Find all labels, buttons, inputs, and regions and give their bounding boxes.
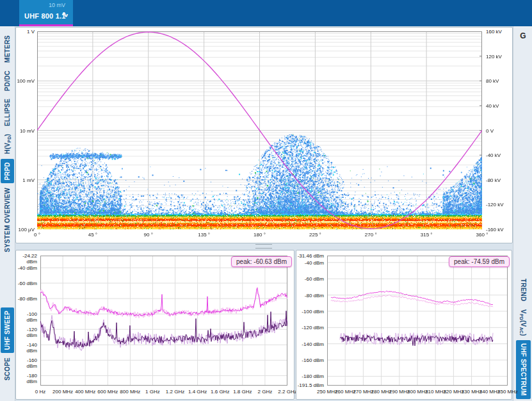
- spectrum-traces: [327, 256, 508, 386]
- splitter-grip-icon: [255, 244, 272, 249]
- right-tab-strip: G TREND VPD(VAC) UHF SPECTRUM: [513, 26, 532, 401]
- prpd-phase-axis-label: 270 °: [358, 232, 383, 238]
- x-axis-tick-label: 350 MHz: [492, 389, 523, 395]
- prpd-right-axis-label: -40 kV: [486, 152, 512, 158]
- prpd-left-axis-label: 10 mV: [16, 128, 35, 134]
- prpd-right-axis-label: -120 kV: [486, 202, 512, 208]
- tab-scope[interactable]: SCOPE: [1, 354, 14, 384]
- tab-label: UHF SPECTRUM: [520, 343, 527, 396]
- y-axis-tick-label: -180 dBm: [296, 373, 324, 379]
- y-axis-max-label: -24.22 dBm: [16, 253, 37, 265]
- y-axis-tick-label: -80 dBm: [296, 293, 324, 299]
- prpd-right-axis-label: -80 kV: [486, 177, 512, 183]
- prpd-right-axis-label: 0 V: [486, 128, 512, 134]
- y-axis-tick-label: -40 dBm: [16, 265, 37, 271]
- prpd-phase-axis-label: 90 °: [136, 232, 161, 238]
- tab-label: PRPD: [4, 162, 11, 181]
- tab-ellipse[interactable]: ELLIPSE: [1, 95, 14, 129]
- app-topbar: 10 mV UHF 800 1.1 ∿: [0, 0, 532, 26]
- tab-system-overview[interactable]: SYSTEM OVERVIEW: [1, 184, 14, 256]
- tab-uhf-sweep[interactable]: UHF SWEEP: [1, 307, 14, 353]
- device-tab-title: UHF 800 1.1: [24, 12, 66, 20]
- uhf-sweep-plot[interactable]: [40, 256, 287, 386]
- uhf-spectrum-panel: peak: -74.59 dBm -31.46 dBm-40 dBm-60 dB…: [296, 250, 512, 400]
- y-axis-tick-label: -60 dBm: [296, 276, 324, 282]
- uhf-spectrum-plot[interactable]: [327, 256, 508, 386]
- tab-label: SCOPE: [4, 357, 11, 381]
- tab-label: SYSTEM OVERVIEW: [4, 188, 11, 252]
- tab-label: UHF SWEEP: [4, 311, 11, 350]
- prpd-left-axis-label: 1 V: [16, 29, 35, 35]
- prpd-right-axis-label: 40 kV: [486, 103, 512, 109]
- y-axis-tick-label: -60 dBm: [16, 281, 37, 286]
- prpd-phase-axis-label: 135 °: [191, 232, 217, 238]
- y-axis-tick-label: -160 dBm: [296, 357, 324, 363]
- prpd-phase-axis-label: 360 °: [469, 232, 495, 238]
- prpd-left-axis-label: 1 mV: [16, 177, 35, 183]
- prpd-phase-axis-label: 45 °: [80, 232, 106, 238]
- prpd-phase-axis-label: 225 °: [302, 232, 328, 238]
- bottom-right-view-tabs: TREND VPD(VAC) UHF SPECTRUM: [513, 275, 532, 400]
- main-view-tabs: METERS PD/DC ELLIPSE H(VPD) PRPD SYSTEM …: [0, 31, 15, 256]
- prpd-right-axis-label: 80 kV: [486, 78, 512, 84]
- prpd-phase-axis-label: 180 °: [247, 232, 273, 238]
- tab-meters[interactable]: METERS: [1, 32, 14, 66]
- tab-label: METERS: [4, 35, 11, 63]
- grid-indicator-label: G: [513, 31, 532, 40]
- tab-h-vpd[interactable]: H(VPD): [1, 131, 14, 157]
- y-axis-tick-label: -180 dBm: [16, 373, 37, 384]
- sine-wave-icon: ∿: [61, 10, 69, 19]
- tab-label: VPD(VAC): [519, 309, 527, 336]
- y-axis-tick-label: -160 dBm: [16, 357, 37, 369]
- prpd-right-axis-label: 120 kV: [486, 54, 512, 60]
- tab-label: TREND: [520, 279, 527, 301]
- prpd-panel: 1 V100 mV10 mV1 mV100 µV160 kV120 kV80 k…: [15, 27, 513, 243]
- prpd-plot[interactable]: [37, 31, 482, 229]
- peak-readout: peak: -60.63 dBm: [231, 256, 292, 267]
- prpd-left-axis-label: 100 mV: [16, 78, 35, 84]
- y-axis-tick-label: -140 dBm: [16, 342, 37, 354]
- y-axis-tick-label: -140 dBm: [296, 341, 324, 347]
- device-range-value: 10 mV: [49, 2, 65, 8]
- tab-trend[interactable]: TREND: [516, 275, 531, 304]
- y-axis-tick-label: -120 dBm: [16, 327, 37, 338]
- tab-label: PD/DC: [4, 70, 11, 91]
- prpd-phase-axis-label: 0 °: [24, 232, 50, 238]
- tab-vpd-vac[interactable]: VPD(VAC): [516, 306, 531, 339]
- prpd-phase-axis-label: 315 °: [414, 232, 439, 238]
- prpd-right-axis-label: 160 kV: [486, 29, 512, 35]
- device-tab-uhf800[interactable]: 10 mV UHF 800 1.1 ∿: [19, 0, 73, 26]
- horizontal-splitter[interactable]: [15, 243, 512, 249]
- y-axis-tick-label: -100 dBm: [296, 309, 324, 315]
- peak-readout: peak: -74.59 dBm: [449, 256, 510, 267]
- y-axis-max-label: -31.46 dBm: [296, 253, 324, 259]
- sweep-traces: [40, 256, 287, 386]
- y-axis-min-label: -191.5 dBm: [296, 382, 324, 388]
- y-axis-tick-label: -100 dBm: [16, 311, 37, 323]
- left-tab-strip: METERS PD/DC ELLIPSE H(VPD) PRPD SYSTEM …: [0, 26, 15, 401]
- ac-sine-reference-curve: [37, 31, 482, 229]
- uhf-sweep-panel: peak: -60.63 dBm -24.22 dBm-40 dBm-60 dB…: [15, 250, 294, 400]
- tab-prpd[interactable]: PRPD: [1, 159, 14, 184]
- y-axis-tick-label: -120 dBm: [296, 325, 324, 331]
- y-axis-tick-label: -80 dBm: [16, 296, 37, 302]
- bottom-left-view-tabs: UHF SWEEP SCOPE: [0, 307, 15, 384]
- tab-label: H(VPD): [4, 134, 12, 154]
- y-axis-tick-label: -40 dBm: [296, 260, 324, 266]
- tab-label: ELLIPSE: [4, 99, 11, 126]
- tab-pd-dc[interactable]: PD/DC: [1, 67, 14, 94]
